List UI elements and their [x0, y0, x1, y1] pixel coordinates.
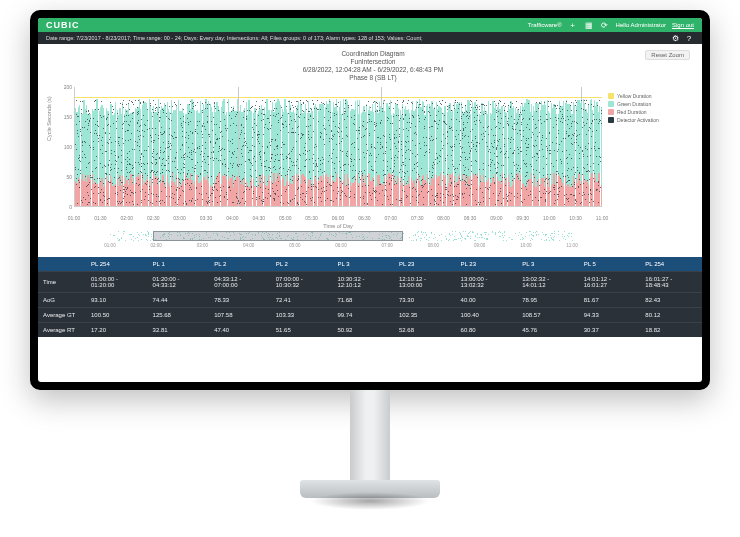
app-header: CUBIC Trafficware® + ▦ ⟳ Hello Administr… [38, 18, 702, 32]
x-tick: 04:30 [253, 215, 266, 221]
table-cell: 14:01:12 - 16:01:27 [579, 271, 641, 292]
table-row: Time01:00:00 - 01:20:0001:20:00 - 04:33:… [38, 271, 702, 292]
y-axis: 050100150200 [52, 87, 72, 227]
brush-selection[interactable] [153, 231, 403, 241]
table-cell: 71.68 [332, 292, 394, 307]
table-cell: 50.92 [332, 322, 394, 337]
brush-tick: 08:00 [428, 243, 439, 248]
table-cell: 52.68 [394, 322, 456, 337]
table-cell: 17.20 [86, 322, 148, 337]
time-brush[interactable]: 01:0002:0003:0004:0005:0006:0007:0008:00… [110, 231, 642, 253]
x-tick: 05:30 [305, 215, 318, 221]
y-tick: 50 [66, 174, 72, 180]
table-header[interactable]: PL 3 [332, 257, 394, 272]
legend-item: Yellow Duration [608, 93, 672, 99]
x-tick: 10:00 [543, 215, 556, 221]
x-tick: 08:30 [464, 215, 477, 221]
brush-tick: 07:00 [382, 243, 393, 248]
table-header[interactable]: PL 5 [579, 257, 641, 272]
legend-label: Yellow Duration [617, 93, 652, 99]
coordination-chart[interactable]: Cycle Seconds (s) 050100150200 PL 2PL 2P… [74, 87, 672, 227]
row-label: AoG [38, 292, 86, 307]
table-row: Average GT100.50125.68107.58103.3399.741… [38, 307, 702, 322]
y-tick: 200 [64, 84, 72, 90]
table-cell: 16:01:27 - 18:48:43 [640, 271, 702, 292]
table-cell: 99.74 [332, 307, 394, 322]
table-cell: 78.33 [209, 292, 271, 307]
legend-label: Detector Activation [617, 117, 659, 123]
row-label: Time [38, 271, 86, 292]
legend-item: Detector Activation [608, 117, 672, 123]
table-cell: 10:30:32 - 12:10:12 [332, 271, 394, 292]
table-header[interactable]: PL 23 [456, 257, 518, 272]
table-cell: 78.95 [517, 292, 579, 307]
table-cell: 125.68 [148, 307, 210, 322]
x-tick: 01:00 [68, 215, 81, 221]
table-cell: 73.30 [394, 292, 456, 307]
table-cell: 04:33:12 - 07:00:00 [209, 271, 271, 292]
reset-zoom-button[interactable]: Reset Zoom [645, 50, 690, 60]
table-header[interactable]: PL 23 [394, 257, 456, 272]
x-tick: 04:00 [226, 215, 239, 221]
legend-item: Red Duration [608, 109, 672, 115]
table-cell: 82.43 [640, 292, 702, 307]
signout-link[interactable]: Sign out [672, 22, 694, 28]
brush-tick: 02:00 [151, 243, 162, 248]
y-tick: 100 [64, 144, 72, 150]
table-cell: 80.12 [640, 307, 702, 322]
table-cell: 18.82 [640, 322, 702, 337]
metrics-table-wrap: PL 254PL 1PL 2PL 2PL 3PL 23PL 23PL 3PL 5… [38, 257, 702, 337]
table-cell: 74.44 [148, 292, 210, 307]
chart-subtitle-3: Phase 8 (SB LT) [74, 74, 672, 82]
refresh-icon[interactable]: ⟳ [600, 20, 610, 30]
brush-tick: 01:00 [104, 243, 115, 248]
help-icon[interactable]: ? [684, 33, 694, 43]
gear-icon[interactable]: ⚙ [670, 33, 680, 43]
table-row: Average RT17.2032.8147.4051.6550.9252.68… [38, 322, 702, 337]
x-axis: Time of Day 01:0001:3002:0002:3003:0003:… [74, 207, 602, 227]
table-header[interactable] [38, 257, 86, 272]
table-header[interactable]: PL 3 [517, 257, 579, 272]
row-label: Average GT [38, 307, 86, 322]
table-cell: 45.76 [517, 322, 579, 337]
x-tick: 05:00 [279, 215, 292, 221]
plot-area[interactable]: PL 2PL 2PL 5 [74, 87, 602, 207]
brush-tick: 03:00 [197, 243, 208, 248]
x-tick: 07:30 [411, 215, 424, 221]
x-tick: 02:00 [121, 215, 134, 221]
table-cell: 100.50 [86, 307, 148, 322]
table-cell: 108.57 [517, 307, 579, 322]
x-tick: 09:30 [517, 215, 530, 221]
table-cell: 100.40 [456, 307, 518, 322]
brush-tick: 04:00 [243, 243, 254, 248]
filter-bar: Date range: 7/23/2017 - 8/23/2017; Time … [38, 32, 702, 44]
x-tick: 08:00 [437, 215, 450, 221]
plus-icon[interactable]: + [568, 20, 578, 30]
chart-titles: Coordination Diagram FunIntersection 6/2… [74, 50, 672, 83]
legend-label: Green Duration [617, 101, 651, 107]
table-row: AoG93.1074.4478.3372.4171.6873.3040.0078… [38, 292, 702, 307]
table-header[interactable]: PL 2 [209, 257, 271, 272]
grid-icon[interactable]: ▦ [584, 20, 594, 30]
user-greeting: Hello Administrator [616, 22, 666, 28]
table-header[interactable]: PL 2 [271, 257, 333, 272]
x-tick: 11:00 [596, 215, 609, 221]
x-tick: 10:30 [569, 215, 582, 221]
legend-swatch [608, 109, 614, 115]
table-header[interactable]: PL 1 [148, 257, 210, 272]
table-header[interactable]: PL 254 [640, 257, 702, 272]
table-cell: 102.35 [394, 307, 456, 322]
table-header[interactable]: PL 254 [86, 257, 148, 272]
chart-panel: Coordination Diagram FunIntersection 6/2… [38, 44, 702, 257]
table-cell: 01:00:00 - 01:20:00 [86, 271, 148, 292]
chart-subtitle-2: 6/28/2022, 12:04:28 AM - 6/29/2022, 6:48… [74, 66, 672, 74]
brush-tick: 11:00 [566, 243, 577, 248]
table-cell: 103.33 [271, 307, 333, 322]
brush-tick: 05:00 [289, 243, 300, 248]
table-cell: 12:10:12 - 13:00:00 [394, 271, 456, 292]
yellow-duration-line [75, 97, 602, 98]
table-cell: 93.10 [86, 292, 148, 307]
chart-title: Coordination Diagram [74, 50, 672, 58]
table-cell: 81.67 [579, 292, 641, 307]
monitor-stand-neck [350, 390, 390, 482]
